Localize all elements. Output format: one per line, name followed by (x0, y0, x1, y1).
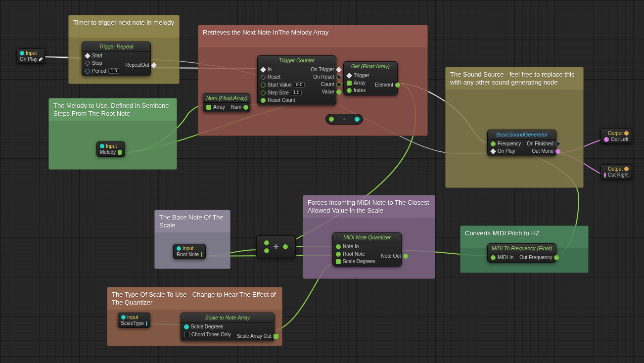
node-midi-quantizer[interactable]: MIDI Note Quantizer Note In Root Note Sc… (332, 232, 402, 267)
comment-title: Converts MIDI Pitch to HZ (465, 229, 584, 237)
pin-label: Chord Tones Only (191, 332, 231, 337)
pin-float[interactable] (491, 141, 496, 146)
pin-label: Frequency (498, 141, 521, 146)
pin-out[interactable] (283, 244, 288, 249)
pin-float[interactable] (336, 90, 341, 94)
pin-label: Scale Degrees (191, 324, 224, 329)
pin-a[interactable] (264, 240, 269, 245)
node-title: Num (Float:Array) (203, 93, 250, 103)
comment-melody[interactable]: The Melody to Use, Defined in Semitone S… (48, 98, 177, 170)
pin-float[interactable] (201, 252, 202, 257)
pin-float[interactable] (336, 244, 341, 249)
pin-exec[interactable] (260, 67, 266, 72)
input-icon (100, 144, 104, 148)
pin-exec[interactable] (85, 60, 90, 66)
node-num-array[interactable]: Num (Float:Array) Array Num (203, 93, 250, 112)
pin-float[interactable] (336, 82, 341, 87)
pin-exec[interactable] (490, 148, 496, 154)
pin-label: Out Right (608, 173, 629, 178)
pin-label: Count (321, 82, 334, 87)
pin-exec[interactable] (346, 73, 352, 78)
input-onplay[interactable]: Input On Play (16, 48, 45, 64)
comment-title: The Base Note Of The Scale (159, 214, 226, 230)
input-icon (177, 246, 181, 251)
reroute-node[interactable]: • (325, 114, 363, 125)
pin-array[interactable] (118, 150, 122, 155)
pin-float[interactable] (347, 88, 352, 93)
pin-in[interactable] (329, 117, 334, 122)
pin-float[interactable] (403, 254, 408, 259)
pin-b[interactable] (264, 248, 269, 253)
pin-exec[interactable] (555, 141, 561, 146)
output-icon (624, 131, 629, 136)
node-trigger-repeat[interactable]: Trigger Repeat Start Stop Period1.0 Repe… (82, 42, 151, 76)
comment-sound[interactable]: The Sound Source - feel free to replace … (445, 67, 584, 188)
pin-exec[interactable] (336, 67, 341, 72)
pin-exec[interactable] (39, 57, 43, 61)
output-header: Output (608, 131, 623, 136)
pin-label: Out Frequency (519, 255, 552, 260)
output-icon (624, 167, 629, 171)
node-midi-to-freq[interactable]: MIDI To Frequency (Float) MIDI In Out Fr… (487, 243, 556, 263)
pin-label: In (268, 67, 272, 72)
pin-label: Array (213, 105, 225, 110)
pin-enum[interactable] (184, 324, 189, 329)
pin-label: Scale Degrees (343, 259, 375, 264)
pin-array[interactable] (336, 259, 341, 264)
pin-out[interactable] (355, 117, 360, 122)
pin-array[interactable] (347, 81, 352, 86)
pin-exec[interactable] (85, 53, 90, 58)
pin-label: Note Out (381, 254, 401, 259)
node-get-array[interactable]: Get (Float:Array) Trigger Array Index El… (343, 61, 398, 95)
pin-float[interactable] (261, 91, 266, 95)
pin-label: On Finished (527, 141, 553, 146)
pin-enum[interactable] (146, 321, 147, 326)
comment-base[interactable]: The Base Note Of The Scale (154, 210, 230, 269)
comment-title: Timer to trigger next note in melody (73, 19, 175, 27)
pin-float[interactable] (261, 83, 266, 88)
pin-array[interactable] (206, 105, 211, 110)
pin-value[interactable]: 0.0 (294, 82, 305, 88)
pin-audio[interactable] (555, 149, 560, 154)
input-header: Input (106, 143, 117, 149)
input-scaletype[interactable]: Input ScaleType (118, 313, 150, 328)
pin-label: Root Note (177, 252, 199, 257)
input-header: Input (26, 50, 37, 56)
output-right[interactable]: Output Out Right (600, 164, 632, 180)
pin-time[interactable] (85, 69, 90, 74)
pin-array[interactable] (274, 334, 278, 339)
pin-label: Step Size (268, 91, 289, 95)
pin-label: Stop (92, 61, 102, 66)
pin-float[interactable] (491, 255, 496, 260)
input-icon (121, 315, 126, 319)
input-melody[interactable]: Input Melody (96, 141, 125, 157)
pin-label: Note In (343, 244, 359, 249)
input-icon (20, 51, 24, 55)
pin-audio[interactable] (604, 173, 606, 178)
pin-label: Melody (100, 150, 116, 155)
pin-value[interactable]: 1.0 (108, 68, 120, 74)
pin-exec[interactable] (336, 74, 341, 80)
node-scale-to-array[interactable]: Scale to Note Array Scale Degrees Chord … (181, 313, 275, 341)
pin-label: Num (231, 105, 241, 110)
pin-audio[interactable] (604, 137, 609, 142)
pin-float[interactable] (243, 105, 248, 110)
input-rootnote[interactable]: Input Root Note (173, 244, 206, 259)
pin-label: Out Mono (532, 149, 553, 154)
pin-label: Trigger (354, 73, 369, 78)
pin-value[interactable]: 1.0 (291, 90, 302, 95)
node-basic-sound[interactable]: BasicSoundGenerator Frequency On Play On… (487, 130, 556, 156)
node-title: MIDI To Frequency (Float) (488, 244, 556, 253)
pin-exec[interactable] (260, 74, 266, 80)
pin-exec[interactable] (151, 62, 156, 68)
pin-label: Root Note (343, 252, 365, 257)
pin-float[interactable] (554, 255, 559, 260)
comment-title: Forces Incoming MIDI Note to The Closest… (308, 199, 430, 215)
output-left[interactable]: Output Out Left (600, 129, 632, 144)
checkbox[interactable] (184, 332, 189, 337)
pin-float[interactable] (395, 83, 400, 88)
node-trigger-counter[interactable]: Trigger Counter In Reset Start Value0.0 … (257, 55, 336, 105)
pin-float[interactable] (261, 98, 266, 103)
node-add[interactable]: + (256, 235, 296, 258)
pin-float[interactable] (336, 252, 341, 257)
